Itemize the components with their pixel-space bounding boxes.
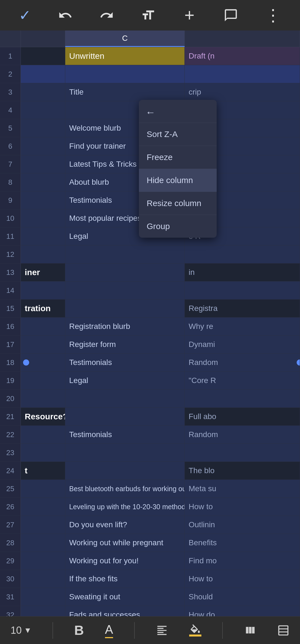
back-arrow-icon[interactable]: ←: [146, 107, 156, 118]
cell-14-d[interactable]: [185, 282, 300, 299]
cell-15-b[interactable]: tration: [21, 300, 65, 317]
cell-21-d[interactable]: Full abo: [185, 408, 300, 425]
hide-column-option[interactable]: Hide column: [139, 169, 217, 192]
cell-17-b[interactable]: [21, 336, 65, 353]
cell-32-d[interactable]: How do: [185, 606, 300, 616]
add-icon[interactable]: [182, 8, 197, 22]
cell-28-d[interactable]: Benefits: [185, 534, 300, 552]
cell-18-d[interactable]: Random: [185, 354, 300, 371]
cell-23-b[interactable]: [21, 444, 65, 462]
cell-12-c[interactable]: [65, 245, 185, 263]
cell-17-c[interactable]: Register form: [65, 336, 185, 353]
check-icon[interactable]: ✓: [19, 7, 31, 24]
cell-15-d[interactable]: Registra: [185, 300, 300, 317]
cell-22-d[interactable]: Random: [185, 426, 300, 443]
cell-19-c[interactable]: Legal: [65, 372, 185, 389]
cell-27-b[interactable]: [21, 516, 65, 534]
cell-12-b[interactable]: [21, 245, 65, 263]
font-size-chevron[interactable]: ▼: [24, 626, 32, 635]
cell-25-d[interactable]: Meta su: [185, 480, 300, 498]
cell-31-d[interactable]: Should: [185, 588, 300, 606]
more-icon[interactable]: ⋮: [265, 6, 281, 25]
cell-27-c[interactable]: Do you even lift?: [65, 516, 185, 534]
cell-13-b[interactable]: iner: [21, 263, 65, 281]
cell-20-b[interactable]: [21, 390, 65, 407]
cell-31-b[interactable]: [21, 588, 65, 606]
cell-1-b[interactable]: [21, 47, 65, 65]
cell-30-d[interactable]: How to: [185, 570, 300, 588]
cell-18-c[interactable]: Testimonials: [65, 354, 185, 371]
cell-20-d[interactable]: [185, 390, 300, 407]
cell-4-b[interactable]: [21, 101, 65, 119]
cell-21-b[interactable]: Resource?: [21, 408, 65, 425]
cell-1-d[interactable]: Draft (n: [185, 47, 300, 65]
cell-23-c[interactable]: [65, 444, 185, 462]
cell-3-c[interactable]: Title: [65, 83, 185, 101]
cell-24-b[interactable]: t: [21, 462, 65, 480]
fill-color-button[interactable]: [189, 624, 201, 637]
cell-13-c[interactable]: [65, 263, 185, 281]
cell-28-c[interactable]: Working out while pregnant: [65, 534, 185, 552]
cell-24-d[interactable]: The blo: [185, 462, 300, 480]
cell-14-b[interactable]: [21, 282, 65, 299]
cell-19-d[interactable]: "Core R: [185, 372, 300, 389]
cell-25-c[interactable]: Best bluetooth earbuds for working out: [65, 480, 185, 498]
bold-button[interactable]: B: [74, 623, 84, 638]
cell-9-b[interactable]: [21, 191, 65, 209]
cell-26-b[interactable]: [21, 498, 65, 516]
cell-13-d[interactable]: in: [185, 263, 300, 281]
cell-22-c[interactable]: Testimonials: [65, 426, 185, 443]
cell-29-d[interactable]: Find mo: [185, 552, 300, 570]
cell-11-b[interactable]: [21, 227, 65, 245]
comment-icon[interactable]: [224, 8, 238, 22]
cell-32-b[interactable]: [21, 606, 65, 616]
cell-26-c[interactable]: Leveling up with the 10-20-30 method: [65, 498, 185, 516]
cell-28-b[interactable]: [21, 534, 65, 552]
cell-22-b[interactable]: [21, 426, 65, 443]
col-header-b[interactable]: [21, 31, 65, 47]
resize-column-option[interactable]: Resize column: [139, 192, 217, 215]
cell-5-b[interactable]: [21, 119, 65, 137]
cell-3-d[interactable]: crip: [185, 83, 300, 101]
cell-32-c[interactable]: Fads and successes: [65, 606, 185, 616]
cell-23-d[interactable]: [185, 444, 300, 462]
font-size-value[interactable]: 10: [11, 625, 22, 636]
cell-30-c[interactable]: If the shoe fits: [65, 570, 185, 588]
sort-za-option[interactable]: Sort Z-A: [139, 123, 217, 146]
font-a-button[interactable]: A: [105, 623, 113, 638]
cell-30-b[interactable]: [21, 570, 65, 588]
cell-16-b[interactable]: [21, 318, 65, 335]
cell-2-c[interactable]: [65, 65, 185, 83]
cell-27-d[interactable]: Outlinin: [185, 516, 300, 534]
cell-19-b[interactable]: [21, 372, 65, 389]
cell-31-c[interactable]: Sweating it out: [65, 588, 185, 606]
undo-icon[interactable]: [58, 8, 72, 22]
col-header-c[interactable]: C: [65, 31, 185, 47]
cell-20-c[interactable]: [65, 390, 185, 407]
font-size-selector[interactable]: 10 ▼: [11, 625, 32, 636]
cell-2-b[interactable]: [21, 65, 65, 83]
align-button[interactable]: [156, 624, 168, 637]
cell-29-b[interactable]: [21, 552, 65, 570]
cell-25-b[interactable]: [21, 480, 65, 498]
font-icon[interactable]: [141, 8, 155, 22]
cell-17-d[interactable]: Dynami: [185, 336, 300, 353]
cell-18-b[interactable]: [21, 354, 65, 371]
cell-16-c[interactable]: Registration blurb: [65, 318, 185, 335]
resize-handle-right[interactable]: [297, 359, 300, 366]
cell-1-c[interactable]: Unwritten: [65, 47, 185, 65]
cell-8-b[interactable]: [21, 173, 65, 191]
resize-handle-left[interactable]: [23, 359, 29, 366]
cell-2-d[interactable]: [185, 65, 300, 83]
context-menu-back-button[interactable]: ←: [139, 100, 217, 123]
cell-29-c[interactable]: Working out for you!: [65, 552, 185, 570]
cell-16-d[interactable]: Why re: [185, 318, 300, 335]
freeze-option[interactable]: Freeze: [139, 146, 217, 169]
cell-7-b[interactable]: [21, 155, 65, 173]
redo-icon[interactable]: [99, 8, 114, 22]
cell-3-b[interactable]: [21, 83, 65, 101]
cell-14-c[interactable]: [65, 282, 185, 299]
row-separator-button[interactable]: [277, 624, 289, 637]
cell-15-c[interactable]: [65, 300, 185, 317]
group-option[interactable]: Group: [139, 215, 217, 238]
